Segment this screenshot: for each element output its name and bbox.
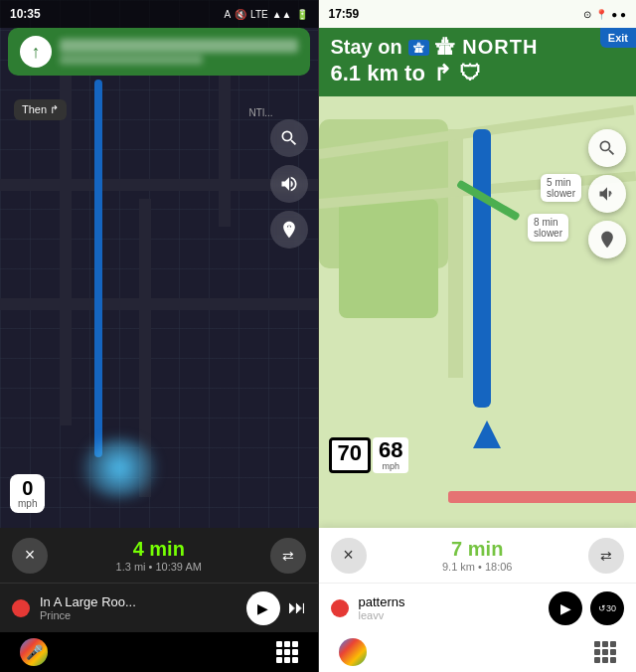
eta-info-right: 7 min 9.1 km • 18:06 xyxy=(442,538,513,573)
exit-badge: Exit xyxy=(600,28,636,48)
status-bar-right: 17:59 ⊙ 📍 ● ● xyxy=(319,0,637,28)
volume-button-left[interactable] xyxy=(270,165,308,203)
google-assistant-button-right[interactable] xyxy=(339,638,367,666)
music-bar-left: In A Large Roo... Prince ▶ ⏭ xyxy=(0,583,318,632)
close-navigation-button-left[interactable]: × xyxy=(12,538,48,574)
music-app-icon-left xyxy=(12,599,30,617)
music-title-right: patterns xyxy=(359,594,540,609)
skip-button-left[interactable]: ⏭ xyxy=(288,597,306,618)
stay-on-row: Stay on 🛣 🛣 NORTH xyxy=(331,36,625,59)
play-button-right[interactable]: ▶ xyxy=(549,591,582,625)
map-label-ntl: NTl... xyxy=(249,107,273,118)
music-app-icon-right xyxy=(331,599,349,617)
speed-limit-sign: 70 xyxy=(329,437,371,473)
distance-row: 6.1 km to ↱ 🛡 xyxy=(331,61,625,86)
time-left: 10:35 xyxy=(10,7,41,21)
nav-up-arrow xyxy=(20,36,52,68)
bottom-nav-bar-right: × 7 min 9.1 km • 18:06 ⇄ xyxy=(319,528,637,583)
map-controls-left xyxy=(270,119,308,249)
nav-arrow-row xyxy=(20,36,298,68)
eta-details-right: 9.1 km • 18:06 xyxy=(442,561,513,573)
status-icons-right: ⊙ 📍 ● ● xyxy=(583,9,626,20)
eta-info-left: 4 min 1.3 mi • 10:39 AM xyxy=(116,538,202,573)
nav-header-right: Stay on 🛣 🛣 NORTH 6.1 km to ↱ 🛡 xyxy=(319,28,637,96)
close-navigation-button-right[interactable]: × xyxy=(331,538,367,574)
search-button-left[interactable] xyxy=(270,119,308,157)
play-button-left[interactable]: ▶ xyxy=(246,591,280,625)
traffic-badge-1: 5 min slower xyxy=(541,174,581,202)
replay-button-right[interactable]: ↺30 xyxy=(590,591,624,625)
speed-limit-container-right: 70 68 mph xyxy=(329,437,409,473)
music-title-left: In A Large Roo... xyxy=(40,594,237,609)
music-controls-right: ▶ ↺30 xyxy=(549,591,624,625)
street-name-blurred-2 xyxy=(60,55,203,65)
left-panel: 10:35 A 🔇 LTE ▲▲ 🔋 Then ↱ NTl... xyxy=(0,0,318,672)
search-button-right[interactable] xyxy=(588,129,626,167)
speed-badge-left: 0 mph xyxy=(10,474,45,513)
current-speed-display: 68 mph xyxy=(373,437,408,473)
music-info-left: In A Large Roo... Prince xyxy=(40,594,237,621)
route-options-button-right[interactable]: ⇄ xyxy=(588,538,624,574)
music-artist-left: Prince xyxy=(40,609,237,621)
route-options-button-left[interactable]: ⇄ xyxy=(270,538,306,574)
speed-unit-left: mph xyxy=(18,498,37,509)
volume-button-right[interactable] xyxy=(588,175,626,213)
map-controls-right xyxy=(588,129,626,258)
status-bar-left: 10:35 A 🔇 LTE ▲▲ 🔋 xyxy=(0,0,318,28)
system-bar-left xyxy=(0,632,318,672)
then-badge-left: Then ↱ xyxy=(14,99,67,120)
nav-card-left xyxy=(8,28,310,76)
music-controls-left: ▶ ⏭ xyxy=(246,591,306,625)
apps-grid-left[interactable] xyxy=(276,641,298,663)
speed-unit-right: mph xyxy=(379,461,402,471)
time-right: 17:59 xyxy=(329,7,360,21)
current-speed-value: 68 xyxy=(379,439,402,461)
music-bar-right: patterns leavv ▶ ↺30 xyxy=(319,583,637,632)
system-bar-right xyxy=(319,632,637,672)
music-info-right: patterns leavv xyxy=(359,594,540,621)
eta-details-left: 1.3 mi • 10:39 AM xyxy=(116,561,202,573)
bottom-nav-bar-left: × 4 min 1.3 mi • 10:39 AM ⇄ xyxy=(0,528,318,583)
add-waypoint-button-right[interactable] xyxy=(588,221,626,258)
status-icons-left: A 🔇 LTE ▲▲ 🔋 xyxy=(224,9,307,20)
google-assistant-button-left[interactable] xyxy=(20,638,48,666)
music-artist-right: leavv xyxy=(359,609,540,621)
apps-grid-right[interactable] xyxy=(594,641,616,663)
speed-value-left: 0 xyxy=(18,478,37,498)
eta-time-left: 4 min xyxy=(116,538,202,561)
speed-limit-value: 70 xyxy=(338,442,362,464)
highway-badge: 🛣 xyxy=(408,40,429,56)
add-waypoint-button-left[interactable] xyxy=(270,211,308,249)
street-name-blurred-1 xyxy=(60,39,298,53)
right-panel: 17:59 ⊙ 📍 ● ● Stay on 🛣 🛣 NORTH 6.1 km t… xyxy=(319,0,637,672)
eta-time-right: 7 min xyxy=(442,538,513,561)
traffic-badge-2: 8 min slower xyxy=(528,214,568,242)
